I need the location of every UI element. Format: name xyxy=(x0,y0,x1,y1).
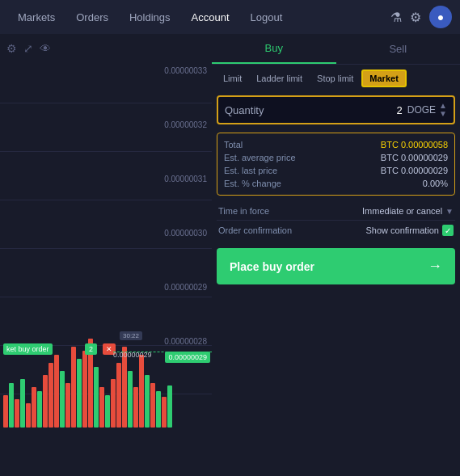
last-price-value: BTC 0.00000029 xyxy=(381,166,448,175)
candle xyxy=(94,367,99,428)
order-confirmation-value[interactable]: Show confirmation ✓ xyxy=(366,225,454,236)
price-label: 0.00000033 xyxy=(164,66,207,75)
candle xyxy=(145,375,150,428)
avg-price-value: BTC 0.00000029 xyxy=(381,153,448,162)
candle xyxy=(37,391,42,428)
last-price-row: Est. last price BTC 0.00000029 xyxy=(224,164,448,177)
candle xyxy=(122,347,127,428)
candle xyxy=(65,383,70,428)
quantity-label: Quantity xyxy=(225,104,397,116)
pct-change-label: Est. % change xyxy=(224,179,281,188)
candle xyxy=(15,399,19,428)
candle xyxy=(128,371,133,428)
candle xyxy=(82,351,87,428)
nav-item-logout[interactable]: Logout xyxy=(241,6,293,28)
quantity-input-wrap[interactable]: Quantity 2 DOGE ▲ ▼ xyxy=(217,95,455,124)
candle xyxy=(32,387,36,428)
candle xyxy=(162,397,167,428)
order-panel: Buy Sell Limit Ladder limit Stop limit M… xyxy=(212,34,460,476)
nav-item-markets[interactable]: Markets xyxy=(8,6,65,28)
confirmation-checkbox[interactable]: ✓ xyxy=(442,225,454,236)
quantity-value: 2 xyxy=(397,104,403,116)
order-label: ket buy order xyxy=(3,343,53,355)
candle xyxy=(54,355,59,428)
buy-tab[interactable]: Buy xyxy=(212,34,336,64)
avg-price-label: Est. average price xyxy=(224,153,296,162)
chart-toolbar: ⚙ ⤢ 👁 xyxy=(0,34,212,63)
order-confirmation-label: Order confirmation xyxy=(218,225,292,235)
order-confirmation-row: Order confirmation Show confirmation ✓ xyxy=(217,221,455,240)
total-row: Total BTC 0.00000058 xyxy=(224,138,448,151)
place-order-arrow-icon: → xyxy=(428,258,442,275)
quantity-stepper[interactable]: ▲ ▼ xyxy=(439,102,447,118)
place-buy-order-button[interactable]: Place buy order → xyxy=(217,248,455,284)
time-in-force-text: Immediate or cancel xyxy=(362,206,442,216)
candle xyxy=(167,385,172,428)
stop-limit-btn[interactable]: Stop limit xyxy=(310,70,360,87)
candle xyxy=(105,395,110,428)
ladder-limit-btn[interactable]: Ladder limit xyxy=(250,70,309,87)
nav-item-account[interactable]: Account xyxy=(182,6,239,28)
nav-item-orders[interactable]: Orders xyxy=(66,6,118,28)
candle xyxy=(60,371,65,428)
market-btn[interactable]: Market xyxy=(361,70,406,87)
chart-eye-icon[interactable]: 👁 xyxy=(40,42,51,55)
chart-panel: ⚙ ⤢ 👁 0.00000033 0.00000032 0.00000031 0… xyxy=(0,34,212,476)
candle xyxy=(111,379,116,428)
candle xyxy=(156,391,161,428)
sell-tab[interactable]: Sell xyxy=(336,34,461,64)
order-types: Limit Ladder limit Stop limit Market xyxy=(212,65,460,91)
qty-down-icon[interactable]: ▼ xyxy=(439,110,447,118)
candle xyxy=(150,383,155,428)
candle xyxy=(20,379,25,428)
price-label: 0.00000031 xyxy=(164,175,207,183)
total-label: Total xyxy=(224,140,243,150)
gear-icon[interactable]: ⚙ xyxy=(410,10,421,25)
order-qty-badge: 2 xyxy=(85,343,97,355)
candle xyxy=(139,355,144,428)
pct-change-value: 0.00% xyxy=(423,179,448,188)
chart-settings-icon[interactable]: ⚙ xyxy=(6,42,17,55)
buy-sell-tabs: Buy Sell xyxy=(212,34,460,65)
order-confirmation-text: Show confirmation xyxy=(366,225,440,235)
pct-change-row: Est. % change 0.00% xyxy=(224,177,448,190)
candle xyxy=(26,403,31,428)
candle xyxy=(99,387,104,428)
candle xyxy=(116,363,121,428)
avatar[interactable]: ● xyxy=(429,6,452,28)
time-in-force-label: Time in force xyxy=(218,206,269,216)
nav-item-holdings[interactable]: Holdings xyxy=(120,6,180,28)
dropdown-arrow-icon: ▼ xyxy=(445,207,454,216)
time-in-force-value[interactable]: Immediate or cancel ▼ xyxy=(362,206,454,216)
candle xyxy=(43,375,48,428)
candles-area xyxy=(0,185,212,428)
summary-box: Total BTC 0.00000058 Est. average price … xyxy=(217,133,455,196)
total-value: BTC 0.00000058 xyxy=(381,140,448,150)
quantity-section: Quantity 2 DOGE ▲ ▼ xyxy=(212,91,460,129)
nav-icon-group: ⚗ ⚙ ● xyxy=(390,6,452,28)
navigation: Markets Orders Holdings Account Logout ⚗… xyxy=(0,0,460,34)
avg-price-row: Est. average price BTC 0.00000029 xyxy=(224,151,448,164)
nav-links: Markets Orders Holdings Account Logout xyxy=(8,6,386,28)
candle xyxy=(77,359,82,428)
main-layout: ⚙ ⤢ 👁 0.00000033 0.00000032 0.00000031 0… xyxy=(0,34,460,476)
flask-icon[interactable]: ⚗ xyxy=(390,10,402,25)
candle xyxy=(9,383,14,428)
candle xyxy=(3,395,8,428)
price-label: 0.00000032 xyxy=(164,120,207,129)
time-badge: 30:22 xyxy=(120,331,142,340)
chart-expand-icon[interactable]: ⤢ xyxy=(23,42,33,55)
place-order-label: Place buy order xyxy=(230,260,314,273)
time-in-force-row: Time in force Immediate or cancel ▼ xyxy=(217,202,455,221)
candle xyxy=(133,387,138,428)
candle xyxy=(49,363,53,428)
quantity-currency: DOGE xyxy=(407,104,436,116)
candle xyxy=(71,347,76,428)
limit-btn[interactable]: Limit xyxy=(217,70,248,87)
last-price-label: Est. last price xyxy=(224,166,277,175)
price-tag-green: 0.00000029 xyxy=(165,352,210,363)
settings-section: Time in force Immediate or cancel ▼ Orde… xyxy=(212,199,460,243)
